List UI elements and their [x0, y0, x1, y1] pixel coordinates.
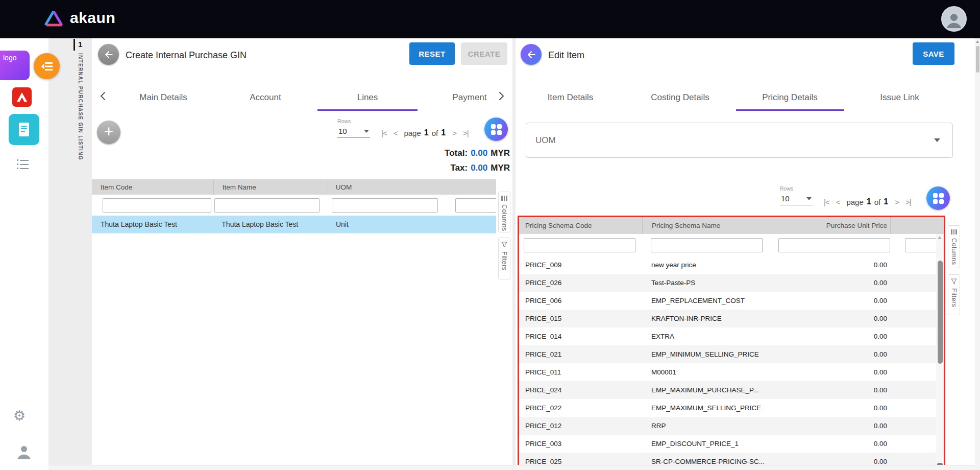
- tab-account[interactable]: Account: [214, 84, 316, 111]
- prev-page-button[interactable]: <: [394, 129, 398, 137]
- table-scrollbar[interactable]: [936, 234, 944, 470]
- pricing-schema-name-cell: EMP_MAXIMUM_PURCHASE_P...: [642, 386, 772, 394]
- prev-page-button[interactable]: <: [836, 198, 840, 206]
- table-row[interactable]: PRICE_015 KRAFTON-INR-PRICE 0.00: [519, 310, 944, 327]
- last-page-button[interactable]: >|: [463, 129, 469, 137]
- sidebar-collapse-button[interactable]: [34, 53, 60, 79]
- purchase-unit-price-cell: 0.00: [772, 261, 890, 269]
- col-item-code[interactable]: Item Code: [92, 179, 213, 195]
- next-page-button[interactable]: >: [452, 129, 456, 137]
- create-gin-panel: Create Internal Purchase GIN RESET CREAT…: [92, 38, 512, 470]
- lines-table: Item Code Item Name UOM Thuta Laptop Bas…: [92, 179, 496, 233]
- total-line: Total: 0.00 MYR: [445, 146, 510, 160]
- table-row[interactable]: PRICE_012 RRP 0.00: [519, 417, 944, 435]
- pricing-schema-name-cell: EMP_REPLACEMENT_COST: [642, 297, 772, 304]
- apps-grid-icon: [491, 124, 502, 135]
- add-line-button[interactable]: +: [97, 121, 120, 144]
- chevron-down-icon: [364, 130, 369, 133]
- tax-line: Tax: 0.00 MYR: [445, 160, 510, 175]
- table-row[interactable]: PRICE_026 Test-Paste-PS 0.00: [519, 274, 944, 292]
- col-extra: [890, 217, 944, 234]
- create-button[interactable]: CREATE: [461, 42, 507, 65]
- profile-icon[interactable]: [14, 444, 34, 462]
- window-horizontal-scrollbar[interactable]: [48, 465, 975, 470]
- pricing-schema-code-filter-input[interactable]: [524, 238, 635, 252]
- apps-grid-button[interactable]: [484, 118, 508, 141]
- scroll-up-icon[interactable]: [938, 236, 942, 239]
- tab-issue-link[interactable]: Issue Link: [845, 84, 954, 111]
- page-indicator: page 1 of 1: [404, 128, 446, 137]
- next-page-button[interactable]: >: [895, 198, 899, 206]
- back-button[interactable]: [521, 44, 542, 65]
- module-vertical-label: INTERNAL PURCHASE GIN LISTING: [78, 53, 83, 160]
- pricing-table-body: PRICE_009 new year price 0.00 PRICE_026 …: [519, 256, 944, 470]
- back-button[interactable]: [98, 44, 119, 65]
- tabs-scroll-right-button[interactable]: [499, 91, 504, 103]
- pricing-schema-name-filter-input[interactable]: [651, 238, 763, 252]
- col-uom[interactable]: UOM: [328, 179, 454, 195]
- apps-grid-button[interactable]: [926, 186, 950, 210]
- columns-tool[interactable]: Columns: [498, 192, 510, 232]
- item-code-filter-input[interactable]: [103, 198, 211, 213]
- table-row[interactable]: PRICE_024 EMP_MAXIMUM_PURCHASE_P... 0.00: [519, 381, 944, 399]
- rows-select[interactable]: 10: [780, 193, 813, 205]
- col-purchase-unit-price[interactable]: Purchase Unit Price: [772, 217, 890, 234]
- purchase-unit-price-cell: 0.00: [772, 440, 890, 448]
- table-row[interactable]: PRICE_021 EMP_MINIMUM_SELLING_PRICE 0.00: [519, 345, 944, 363]
- tab-pricing-details[interactable]: Pricing Details: [735, 84, 845, 111]
- save-button[interactable]: SAVE: [913, 42, 954, 65]
- extra-filter-input[interactable]: [455, 198, 496, 213]
- list-icon[interactable]: [17, 159, 29, 172]
- menu-collapse-icon: [40, 60, 54, 73]
- purchase-unit-price-filter-input[interactable]: [778, 238, 890, 252]
- filters-tool[interactable]: Filters: [498, 238, 510, 279]
- first-page-button[interactable]: |<: [381, 129, 387, 137]
- columns-label: Columns: [501, 204, 508, 231]
- table-row[interactable]: PRICE_003 EMP_DISCOUNT_PRICE_1 0.00: [519, 435, 944, 453]
- tab-costing-details[interactable]: Costing Details: [625, 84, 735, 111]
- columns-icon: [951, 229, 957, 234]
- scrollbar-thumb[interactable]: [976, 46, 979, 73]
- tab-main-details[interactable]: Main Details: [112, 84, 214, 111]
- first-page-button[interactable]: |<: [824, 198, 829, 206]
- pricing-schema-name-cell: EMP_DISCOUNT_PRICE_1: [642, 440, 772, 448]
- purchase-unit-price-cell: 0.00: [772, 368, 890, 376]
- table-row-selected[interactable]: Thuta Laptop Basic Test Thuta Laptop Bas…: [92, 216, 496, 233]
- org-logo-placeholder[interactable]: logo: [0, 51, 30, 80]
- ledger-app-icon[interactable]: [9, 114, 39, 145]
- pdf-app-icon[interactable]: [12, 87, 32, 107]
- reset-button[interactable]: RESET: [409, 42, 455, 65]
- item-name-filter-input[interactable]: [214, 198, 320, 213]
- settings-gear-icon[interactable]: ⚙: [13, 409, 26, 423]
- table-row[interactable]: PRICE_006 EMP_REPLACEMENT_COST 0.00: [519, 292, 944, 310]
- tabs-scroll-left-button[interactable]: [100, 91, 106, 103]
- pricing-schema-code-cell: PRICE_003: [519, 440, 642, 448]
- table-row[interactable]: PRICE_011 M00001 0.00: [519, 363, 944, 381]
- col-pricing-schema-name[interactable]: Pricing Schema Name: [642, 217, 772, 234]
- purchase-unit-price-cell: 0.00: [772, 386, 890, 394]
- scrollbar-thumb[interactable]: [938, 261, 943, 364]
- columns-tool[interactable]: Columns: [948, 225, 960, 268]
- uom-filter-input[interactable]: [332, 198, 438, 213]
- table-row[interactable]: PRICE_009 new year price 0.00: [519, 256, 944, 274]
- filters-tool[interactable]: Filters: [948, 274, 960, 315]
- purchase-unit-price-cell: 0.00: [772, 458, 890, 465]
- user-avatar[interactable]: [941, 6, 967, 32]
- last-page-button[interactable]: >|: [905, 198, 911, 206]
- rows-select[interactable]: 10: [337, 125, 370, 138]
- col-pricing-schema-code[interactable]: Pricing Schema Code: [519, 217, 642, 234]
- pdf-glyph-icon: [16, 91, 28, 103]
- tab-item-details[interactable]: Item Details: [516, 84, 625, 111]
- arrow-left-icon: [104, 50, 114, 60]
- window-vertical-scrollbar[interactable]: [975, 38, 980, 470]
- col-item-name[interactable]: Item Name: [213, 179, 328, 195]
- purchase-unit-price-cell: 0.00: [772, 333, 890, 340]
- tab-lines[interactable]: Lines: [316, 84, 419, 111]
- table-row[interactable]: PRICE_014 EXTRA 0.00: [519, 327, 944, 345]
- scroll-up-icon[interactable]: [976, 40, 979, 43]
- table-row[interactable]: PRICE_022 EMP_MAXIMUM_SELLING_PRICE 0.00: [519, 399, 944, 417]
- brand-logo-icon: [43, 9, 64, 27]
- uom-dropdown[interactable]: UOM: [526, 123, 953, 158]
- pricing-table-highlight: Pricing Schema Code Pricing Schema Name …: [518, 216, 945, 470]
- pricing-schema-name-cell: new year price: [642, 261, 772, 269]
